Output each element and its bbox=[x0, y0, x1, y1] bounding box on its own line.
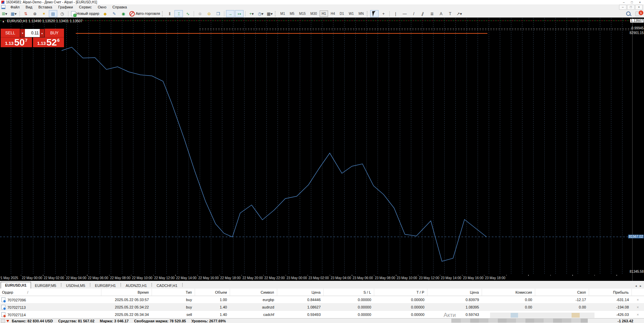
timeframe-m1[interactable]: M1 bbox=[278, 10, 287, 17]
col-type[interactable]: Тип bbox=[152, 289, 195, 296]
vertical-line-tool[interactable]: | bbox=[391, 10, 400, 17]
horizontal-line-tool[interactable]: — bbox=[400, 10, 409, 17]
timeframe-m30[interactable]: M30 bbox=[309, 10, 319, 17]
terminal-button[interactable]: ▤ bbox=[49, 10, 57, 17]
tab-scroll-left-icon[interactable]: ◄ bbox=[635, 285, 637, 288]
zoom-in-button[interactable]: ⊕ bbox=[196, 10, 204, 17]
autoscroll-button[interactable]: → bbox=[226, 10, 234, 17]
close-button[interactable]: × bbox=[636, 0, 644, 4]
tab-eurgbp-h1[interactable]: EURGBP,H1 bbox=[91, 283, 120, 289]
tile-windows-button[interactable]: ❒ bbox=[214, 10, 222, 17]
chart-shift-button[interactable]: ↦ bbox=[235, 10, 244, 17]
timeframe-h4[interactable]: H4 bbox=[329, 10, 337, 17]
tab-eurgbp-m5[interactable]: EURGBP,M5 bbox=[31, 283, 60, 289]
timeframe-m15[interactable]: M15 bbox=[297, 10, 308, 17]
bid-price[interactable]: 1.13 50 7 bbox=[1, 37, 32, 47]
col-sl[interactable]: S / L bbox=[323, 289, 374, 296]
col-tp[interactable]: T / P bbox=[374, 289, 427, 296]
col-open-price[interactable]: Цена bbox=[277, 289, 323, 296]
col-current-price[interactable]: Цена bbox=[427, 289, 482, 296]
timeframe-m5[interactable]: M5 bbox=[288, 10, 296, 17]
axis-level-label: 82901.15 bbox=[630, 31, 644, 35]
time-axis[interactable]: 21 May 2025 22 May 00:00 22 May 02:00 22… bbox=[0, 275, 632, 281]
volume-up-button[interactable]: ▲ bbox=[40, 29, 44, 37]
tab-cadchf-h1[interactable]: CADCHF,H1 bbox=[153, 283, 182, 289]
indicators-button[interactable]: +▾ bbox=[247, 10, 256, 17]
tab-usdind-m5[interactable]: USDInd,M5 bbox=[62, 283, 89, 289]
toolbar-separator bbox=[224, 11, 224, 17]
profiles-button[interactable]: ▦▾ bbox=[9, 10, 18, 17]
col-symbol[interactable]: Символ bbox=[230, 289, 277, 296]
col-time[interactable]: Время bbox=[101, 289, 152, 296]
tab-eurusd-h1[interactable]: EURUSD,H1 bbox=[1, 282, 31, 289]
col-order[interactable]: Ордер/ bbox=[0, 289, 101, 296]
menu-file[interactable]: Файл bbox=[7, 5, 23, 9]
line-chart-button[interactable]: ∿ bbox=[184, 10, 192, 17]
search-icon[interactable] bbox=[626, 11, 631, 16]
tab-scroll-right-icon[interactable]: ► bbox=[639, 285, 642, 288]
ask-price[interactable]: 1.13 52 6 bbox=[33, 37, 64, 47]
periods-button[interactable]: ◷▾ bbox=[256, 10, 265, 17]
close-position-icon[interactable]: × bbox=[632, 296, 644, 303]
minimize-button[interactable]: ‒ bbox=[620, 0, 628, 4]
megaphone-icon[interactable]: ◆ bbox=[101, 10, 109, 17]
market-watch-button[interactable]: ⇅ bbox=[22, 10, 30, 17]
autotrading-button[interactable]: Авто-торговля bbox=[128, 10, 161, 17]
time-label: 23 May 06:00 bbox=[353, 276, 373, 280]
close-position-icon[interactable]: × bbox=[632, 303, 644, 311]
sell-button[interactable]: SELL bbox=[1, 29, 20, 37]
text-tool[interactable]: A bbox=[437, 10, 445, 17]
maximize-button[interactable]: □ bbox=[628, 0, 636, 4]
child-minimize-button[interactable]: ‒ bbox=[619, 5, 626, 10]
col-volume[interactable]: Объем bbox=[195, 289, 230, 296]
child-restore-button[interactable]: □ bbox=[627, 5, 635, 10]
timeframe-h1[interactable]: H1 bbox=[320, 10, 328, 17]
menu-tools[interactable]: Сервис bbox=[76, 5, 95, 9]
title-bar: 16304581: Alpari-Demo - Демо Счет - Alpa… bbox=[0, 0, 644, 4]
metaeditor-button[interactable]: ✎ bbox=[110, 10, 119, 17]
time-label: 23 May 18:00 bbox=[485, 276, 506, 280]
menu-window[interactable]: Окно bbox=[95, 5, 109, 9]
templates-button[interactable]: ▦▾ bbox=[265, 10, 274, 17]
col-commission[interactable]: Комиссия bbox=[482, 289, 535, 296]
cursor-tool-button[interactable] bbox=[370, 10, 379, 17]
menu-view[interactable]: Вид bbox=[23, 5, 35, 9]
chart-area[interactable]: ▲ EURUSD,H1 1.13490 1.13520 1.13401 1.13… bbox=[0, 18, 632, 275]
new-order-button[interactable]: + Новый ордер bbox=[70, 10, 100, 17]
crosshair-tool-button[interactable]: + bbox=[379, 10, 388, 17]
zoom-out-button[interactable]: ⊖ bbox=[205, 10, 213, 17]
strategy-tester-button[interactable]: ◷ bbox=[58, 10, 66, 17]
trendline-tool[interactable]: / bbox=[410, 10, 418, 17]
price-axis[interactable]: 1.13507 0.99945 82901.15 81567.02 81345.… bbox=[632, 18, 644, 281]
volume-input[interactable]: 0.11 bbox=[25, 29, 40, 37]
channel-tool[interactable]: ∥ bbox=[419, 10, 427, 17]
volume-down-button[interactable]: ▼ bbox=[20, 29, 25, 37]
fibonacci-tool[interactable]: ≣ bbox=[428, 10, 436, 17]
label-tool[interactable]: T bbox=[446, 10, 454, 17]
notification-icon[interactable]: 1 bbox=[635, 11, 641, 16]
navigator-button[interactable]: ✶ bbox=[40, 10, 48, 17]
menu-help[interactable]: Справка bbox=[109, 5, 130, 9]
timeframe-d1[interactable]: D1 bbox=[338, 10, 346, 17]
timeframe-mn[interactable]: MN bbox=[356, 10, 366, 17]
child-close-button[interactable]: × bbox=[635, 5, 643, 10]
candlestick-chart-button[interactable]: ⌶ bbox=[174, 10, 183, 17]
timeframe-w1[interactable]: W1 bbox=[347, 10, 356, 17]
menu-insert[interactable]: Вставка bbox=[35, 5, 55, 9]
signals-button[interactable]: ◉ bbox=[119, 10, 128, 17]
menu-charts[interactable]: Графики bbox=[55, 5, 76, 9]
order-buy-icon bbox=[1, 297, 5, 302]
tab-audnzd-h1[interactable]: AUDNZD,H1 bbox=[122, 283, 151, 289]
arrows-tool[interactable]: ↗▾ bbox=[455, 10, 463, 17]
close-position-icon[interactable]: × bbox=[632, 311, 644, 318]
order-row[interactable]: 707027096 2025.05.22 05:33:57 buy 1.00 e… bbox=[0, 296, 644, 303]
data-window-button[interactable]: ⊕ bbox=[31, 10, 39, 17]
order-row[interactable]: 707027113 2025.05.22 05:34:22 buy 1.40 a… bbox=[0, 303, 644, 311]
buy-button[interactable]: BUY bbox=[45, 29, 64, 37]
bar-chart-button[interactable]: ⫴ bbox=[165, 10, 174, 17]
col-swap[interactable]: Своп bbox=[535, 289, 589, 296]
margin-level-value: Уровень: 2677.69% bbox=[191, 319, 226, 323]
new-chart-button[interactable]: ⊞▾ bbox=[0, 10, 9, 17]
col-profit[interactable]: Прибыль bbox=[589, 289, 632, 296]
time-label: 23 May 12:00 bbox=[419, 276, 440, 280]
